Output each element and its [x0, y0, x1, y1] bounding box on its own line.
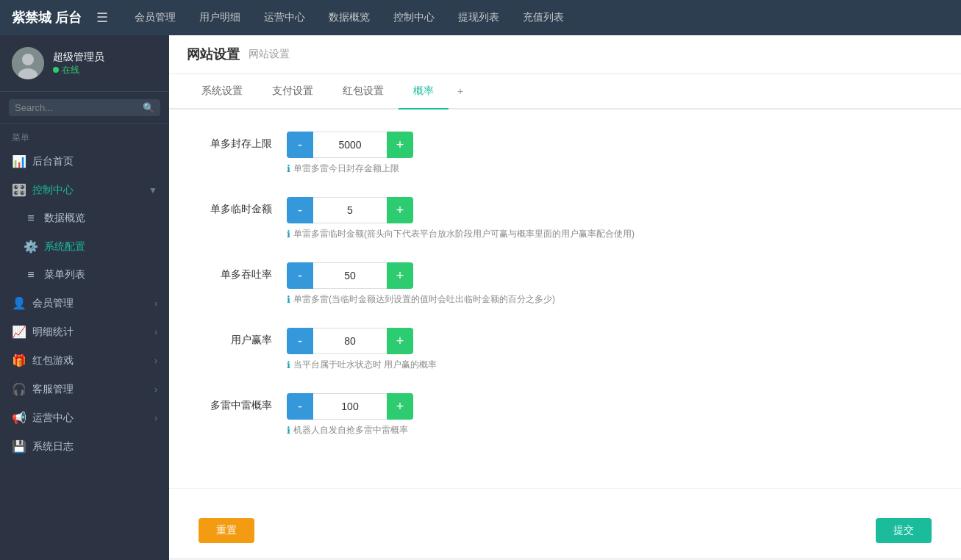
search-input[interactable]	[15, 102, 143, 113]
form-row-max-deposit: 单多封存上限 - + ℹ 单雷多雷今日封存金额上限	[199, 132, 932, 175]
sidebar-item-label: 菜单列表	[44, 268, 157, 281]
sidebar-item-customer-service[interactable]: 🎧 客服管理 ›	[0, 375, 169, 403]
sidebar-item-label: 运营中心	[32, 412, 149, 425]
btn-plus-win-rate[interactable]: +	[387, 328, 413, 354]
sidebar-section-label: 菜单	[0, 124, 169, 147]
input-group-vomit-rate: - +	[287, 262, 555, 289]
status-dot	[53, 67, 59, 73]
dashboard-icon: 📊	[12, 154, 26, 168]
tabs: 系统设置 支付设置 红包设置 概率 +	[169, 74, 961, 110]
chevron-right-icon: ›	[154, 298, 157, 309]
chevron-right-icon: ›	[154, 356, 157, 366]
input-vomit-rate[interactable]	[313, 262, 387, 289]
btn-minus-win-rate[interactable]: -	[287, 328, 313, 354]
form-control-max-deposit: - + ℹ 单雷多雷今日封存金额上限	[287, 132, 413, 175]
info-icon: ℹ	[287, 163, 290, 174]
sidebar-item-label: 系统配置	[44, 240, 157, 254]
sidebar-item-system-log[interactable]: 💾 系统日志	[0, 432, 169, 461]
page-title: 网站设置	[187, 46, 240, 63]
info-icon: ℹ	[287, 425, 290, 436]
chevron-right-icon: ›	[154, 413, 157, 423]
main-content: 系统设置 支付设置 红包设置 概率 + 单多封存上限 -	[169, 74, 961, 560]
tab-probability[interactable]: 概率	[399, 74, 449, 110]
btn-plus-vomit-rate[interactable]: +	[387, 262, 413, 289]
nav-recharge[interactable]: 充值列表	[511, 0, 576, 35]
form-row-win-rate: 用户赢率 - + ℹ 当平台属于吐水状态时 用户赢的概率	[199, 328, 932, 371]
content-area: 网站设置 网站设置 系统设置 支付设置 红包设置 概率 + 单多封存上限	[169, 35, 961, 560]
info-icon: ℹ	[287, 294, 290, 305]
tab-redpacket[interactable]: 红包设置	[328, 74, 399, 110]
sidebar-item-label: 明细统计	[32, 326, 149, 339]
menu-list-icon: ≡	[24, 268, 38, 281]
nav-user-detail[interactable]: 用户明细	[187, 0, 252, 35]
search-icon[interactable]: 🔍	[143, 102, 154, 113]
hamburger-icon[interactable]: ☰	[96, 10, 108, 26]
sidebar-user: 超级管理员 在线	[0, 35, 169, 92]
detail-stats-icon: 📈	[12, 325, 26, 339]
reset-button[interactable]: 重置	[199, 518, 254, 543]
top-nav: 紫禁城 后台 ☰ 会员管理 用户明细 运营中心 数据概览 控制中心 提现列表 充…	[0, 0, 961, 35]
chevron-right-icon: ›	[154, 384, 157, 395]
sidebar-item-member-mgmt[interactable]: 👤 会员管理 ›	[0, 289, 169, 317]
form-control-hit-rate: - + ℹ 机器人自发自抢多雷中雷概率	[287, 393, 413, 437]
sidebar-item-data-overview[interactable]: ≡ 数据概览	[0, 204, 169, 232]
sidebar-item-label: 控制中心	[32, 184, 143, 197]
btn-plus-hit-rate[interactable]: +	[387, 393, 413, 420]
form-control-vomit-rate: - + ℹ 单雷多雷(当临时金额达到设置的值时会吐出临时金额的百分之多少)	[287, 262, 555, 306]
system-config-icon: ⚙️	[24, 240, 38, 254]
svg-point-1	[22, 54, 34, 65]
nav-data-overview[interactable]: 数据概览	[317, 0, 382, 35]
tab-system[interactable]: 系统设置	[187, 74, 257, 110]
sidebar-search: 🔍	[0, 92, 169, 124]
sidebar: 超级管理员 在线 🔍 菜单 📊 后台首页 🎛️ 控制中心 ▼	[0, 35, 169, 560]
help-text-max-deposit: ℹ 单雷多雷今日封存金额上限	[287, 162, 413, 175]
sidebar-item-operations[interactable]: 📢 运营中心 ›	[0, 403, 169, 432]
nav-withdrawal[interactable]: 提现列表	[446, 0, 511, 35]
btn-minus-max-deposit[interactable]: -	[287, 132, 313, 158]
system-log-icon: 💾	[12, 439, 26, 453]
submit-button[interactable]: 提交	[876, 518, 932, 543]
input-hit-rate[interactable]	[313, 393, 387, 420]
nav-control-center[interactable]: 控制中心	[382, 0, 446, 35]
sidebar-item-label: 后台首页	[32, 155, 157, 168]
btn-minus-temp-amount[interactable]: -	[287, 197, 313, 223]
info-icon: ℹ	[287, 359, 290, 370]
sidebar-item-label: 数据概览	[44, 212, 157, 225]
btn-minus-hit-rate[interactable]: -	[287, 393, 313, 420]
input-group-hit-rate: - +	[287, 393, 413, 420]
btn-plus-max-deposit[interactable]: +	[387, 132, 413, 158]
btn-minus-vomit-rate[interactable]: -	[287, 262, 313, 289]
top-nav-links: 会员管理 用户明细 运营中心 数据概览 控制中心 提现列表 充值列表	[123, 0, 576, 35]
status-label: 在线	[62, 64, 79, 76]
input-temp-amount[interactable]	[313, 197, 387, 223]
input-max-deposit[interactable]	[313, 132, 387, 158]
customer-service-icon: 🎧	[12, 382, 26, 396]
field-label-hit-rate: 多雷中雷概率	[199, 393, 287, 412]
user-status: 在线	[53, 64, 104, 76]
sidebar-item-red-packet[interactable]: 🎁 红包游戏 ›	[0, 346, 169, 375]
sidebar-item-dashboard[interactable]: 📊 后台首页	[0, 147, 169, 176]
btn-plus-temp-amount[interactable]: +	[387, 197, 413, 223]
input-group-max-deposit: - +	[287, 132, 413, 158]
sidebar-item-control-center[interactable]: 🎛️ 控制中心 ▼	[0, 176, 169, 204]
page-header: 网站设置 网站设置	[169, 35, 961, 74]
brand: 紫禁城 后台	[12, 9, 82, 26]
sidebar-item-system-config[interactable]: ⚙️ 系统配置	[0, 232, 169, 261]
form-footer: 重置 提交	[169, 503, 961, 558]
nav-member-mgmt[interactable]: 会员管理	[123, 0, 187, 35]
form-row-hit-rate: 多雷中雷概率 - + ℹ 机器人自发自抢多雷中雷概率	[199, 393, 932, 437]
help-text-hit-rate: ℹ 机器人自发自抢多雷中雷概率	[287, 424, 413, 437]
tab-payment[interactable]: 支付设置	[257, 74, 328, 110]
chevron-down-icon: ▼	[149, 185, 157, 195]
data-overview-icon: ≡	[24, 212, 38, 225]
search-box: 🔍	[9, 99, 160, 116]
sidebar-item-label: 会员管理	[32, 297, 149, 310]
form-control-win-rate: - + ℹ 当平台属于吐水状态时 用户赢的概率	[287, 328, 437, 371]
sidebar-item-menu-list[interactable]: ≡ 菜单列表	[0, 261, 169, 289]
breadcrumb: 网站设置	[249, 48, 290, 61]
input-win-rate[interactable]	[313, 328, 387, 354]
sidebar-item-detail-stats[interactable]: 📈 明细统计 ›	[0, 317, 169, 346]
field-label-vomit-rate: 单多吞吐率	[199, 262, 287, 281]
tab-add[interactable]: +	[449, 75, 472, 109]
nav-operations[interactable]: 运营中心	[252, 0, 317, 35]
